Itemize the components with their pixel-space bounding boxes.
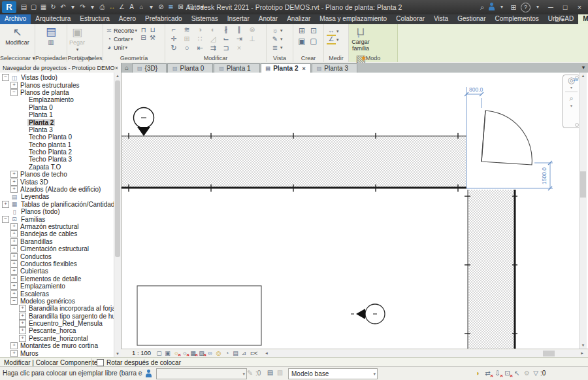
view-dropdown-icon[interactable]: ▾ [146,2,156,12]
view-tab[interactable]: ▤ Planta 2 × [261,63,311,73]
create-assembly-icon[interactable]: ▣ [296,37,308,48]
ribbon-tab[interactable]: Colaborar [391,14,429,24]
signin-dropdown-icon[interactable]: ▾ [496,2,508,12]
select-toggle-icon[interactable]: ↖ [512,369,522,378]
view-tab[interactable]: ▤ {3D} [132,63,167,73]
properties-button[interactable]: ▤ ▥ [35,24,67,46]
ribbon-tab[interactable]: Masa y emplazamiento [315,14,391,24]
tree-item[interactable]: Planta 0 [0,104,114,111]
tree-expander[interactable]: + [19,327,26,334]
tree-item[interactable]: + Barandillas [0,238,114,245]
steering-wheel-icon[interactable]: ◎2D [563,75,580,85]
dimension-top-value[interactable]: 800.0 [469,86,483,93]
tree-item[interactable]: + Cubiertas [0,268,114,275]
maximize-button[interactable]: □ [558,1,572,13]
tree-expander[interactable]: + [10,350,18,357]
tree-item[interactable]: + Escaleras [0,290,114,297]
beam-joins-icon[interactable]: ⊟ [139,34,148,42]
rotate-after-checkbox[interactable] [97,359,104,366]
help-icon[interactable]: ? [521,3,531,12]
canvas-hscroll-thumb[interactable] [543,351,555,356]
tree-item[interactable]: + Pescante_horizontal [0,335,114,342]
shadows-icon[interactable]: ☼ [180,349,189,357]
create-group-icon[interactable]: ⊞ [296,27,308,37]
reveal-hidden-icon[interactable]: ◎ [214,349,223,357]
aligned-dimension-icon[interactable]: ∠ [117,2,127,12]
tree-expander[interactable]: + [10,223,18,230]
rotate-icon[interactable]: ↻ [167,44,180,53]
show-crop-icon[interactable]: ▧ [197,349,206,357]
signin-person-icon[interactable] [488,3,496,12]
qat-customize-icon[interactable]: ≡▾ [195,2,205,12]
tree-item[interactable]: + Conductos [0,252,114,260]
hide-icon[interactable]: ≣▾ [270,43,293,52]
cope-icon[interactable]: ⊓ [139,26,148,34]
save-icon[interactable]: ▦ [39,2,48,12]
wall-horizontal[interactable] [122,133,466,192]
view-tab[interactable]: ▤ Planta 1 [214,63,259,73]
crop-view-icon[interactable]: ▦ [189,349,197,357]
detail-level-icon[interactable]: ▣ [163,349,172,357]
redo-dropdown-icon[interactable]: ▾ [88,2,97,12]
view-tab-overflow-icon[interactable]: ▾ [579,63,588,73]
active-workset-combo[interactable]: ▾ [156,368,247,379]
ribbon-state-toggle[interactable]: ⊡ ▾ [555,15,564,23]
press-drag-icon[interactable]: ⚙ [522,369,532,378]
drawing-area[interactable]: 800.0 1500.0 ◎2D ▾ ⌕ ▾ [122,73,579,349]
default-3d-view-icon[interactable]: ⌂ [137,2,146,12]
trim-multi-icon[interactable]: ⇤ [193,44,206,53]
ribbon-tab[interactable]: Sistemas [187,14,223,24]
wall-vertical[interactable] [465,190,517,349]
scale-icon[interactable]: ◿ [206,35,220,44]
search-icon[interactable]: ⌕ [476,2,488,12]
tree-item[interactable]: + Montantes de muro cortina [0,342,114,349]
tree-item[interactable]: Zapata T.O [0,164,114,171]
close-button[interactable]: × [572,1,587,13]
cope-button[interactable]: ≍Recorte▾ [105,26,137,35]
undo-dropdown-icon[interactable]: ▾ [68,2,78,12]
tree-expander[interactable]: + [10,275,18,283]
join-trim-icon[interactable]: ⊐ [220,44,233,53]
extend-icon[interactable]: ⇉ [206,44,220,53]
dimension-right-value[interactable]: 1500.0 [541,167,547,184]
switch-windows-icon[interactable]: ⊡ [186,2,195,12]
scroll-left-icon[interactable]: ◄ [263,350,270,357]
unpin-icon[interactable]: ○ [180,44,193,53]
canvas-vscrollbar[interactable]: ▲ ▼ [579,73,587,349]
tree-item[interactable]: Techo Planta 0 [0,133,114,141]
mirror-axis-icon[interactable]: ◑ [193,26,206,35]
view-tab[interactable]: ▤ Planta 3 [312,63,357,73]
tree-expander[interactable]: + [10,342,18,349]
tree-item[interactable]: + Conductos flexibles [0,260,114,268]
tree-item[interactable]: Emplazamiento [0,96,114,103]
tree-item[interactable]: Planta 3 [0,126,114,133]
elevation-marker-center[interactable] [351,304,385,324]
scroll-up-icon[interactable]: ▲ [580,73,587,79]
tree-expander[interactable]: + [10,260,18,268]
tree-item[interactable]: + Planos de techo [0,171,114,178]
tree-expander[interactable]: + [10,82,18,89]
help-dropdown-icon[interactable]: ▾ [532,2,544,12]
thin-lines-icon[interactable]: ≣ [166,2,176,12]
tree-expander[interactable]: + [19,320,26,327]
borrowed-elements-icon[interactable]: ⊡ [502,369,512,378]
tree-expander[interactable]: + [10,290,18,298]
tree-item[interactable]: + Armazón estructural [0,223,114,230]
revit-logo[interactable]: R [2,1,16,13]
offset-icon[interactable]: ≋ [180,26,193,35]
paste-button[interactable]: ▣ Pegar ▾ [67,24,87,53]
modify-button[interactable]: ↖ Modificar [0,24,35,46]
tree-item[interactable]: + Emplazamiento [0,283,114,290]
tree-item[interactable]: + Pescante_horca [0,327,114,334]
visual-style-icon[interactable]: ▢ [155,349,163,357]
tree-item[interactable]: + Encuentro_Red_Mensula [0,320,114,327]
file-tab-icon[interactable]: ▤ [19,2,29,12]
align-icon[interactable]: ⌐ [167,26,180,35]
floor-plan-view[interactable]: 800.0 1500.0 [122,73,579,349]
tree-expander[interactable]: − [2,74,9,81]
cut-geometry-button[interactable]: ◔Cortar▾ [105,35,137,43]
editing-requests-icon[interactable]: ⇄ [483,369,493,378]
tree-item[interactable]: + Muros [0,349,114,356]
tree-expander[interactable]: + [10,186,18,193]
open-icon[interactable]: ▢ [29,2,39,12]
